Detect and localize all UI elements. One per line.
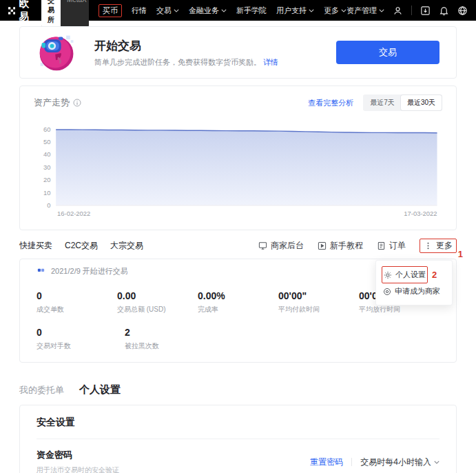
okx-logo-icon xyxy=(8,6,15,16)
nav-item-trade[interactable]: 交易 xyxy=(156,6,179,16)
tab-block-trade[interactable]: 大宗交易 xyxy=(110,240,143,252)
nav-item-support-label: 用户支持 xyxy=(276,6,307,16)
tab-my-orders[interactable]: 我的委托单 xyxy=(19,384,64,396)
chevron-down-icon xyxy=(341,9,346,12)
tab-personal-settings[interactable]: 个人设置 xyxy=(79,383,121,396)
start-trading-card: 开始交易 简单几步完成进阶任务，免费获得数字货币奖励。 详情 交易 xyxy=(19,26,457,79)
nav-item-markets[interactable]: 行情 xyxy=(132,6,147,16)
stat-label: 成交单数 xyxy=(37,305,117,314)
menu-item-personal-settings-row: 个人设置 2 xyxy=(382,266,446,283)
become-merchant-label: 申请成为商家 xyxy=(395,286,440,296)
nav-item-finance[interactable]: 金融业务 xyxy=(189,6,227,16)
user-icon[interactable] xyxy=(393,6,403,16)
tab-c2c-trade[interactable]: C2C交易 xyxy=(65,240,98,252)
page-content: 开始交易 简单几步完成进阶任务，免费获得数字货币奖励。 详情 交易 资产走势 查… xyxy=(0,26,476,473)
nav-item-support[interactable]: 用户支持 xyxy=(276,6,314,16)
stat-completed-orders: 0 成交单数 xyxy=(37,290,117,314)
menu-item-personal-settings[interactable]: 个人设置 xyxy=(382,266,428,283)
range-7d-button[interactable]: 最近7天 xyxy=(364,95,401,110)
chart-title: 资产走势 xyxy=(34,97,70,109)
full-analysis-link[interactable]: 查看完整分析 xyxy=(308,98,353,108)
chart-body: 605040302010016-02-202217-03-2022 xyxy=(34,118,442,224)
info-icon[interactable] xyxy=(73,99,81,107)
toggle-exchange[interactable]: 交易所 xyxy=(41,0,61,27)
fund-password-desc: 用于法币交易时的安全验证 xyxy=(37,465,119,473)
mascot-image xyxy=(37,32,78,73)
more-actions-label: 更多 xyxy=(436,240,453,252)
start-desc: 简单几步完成进阶任务，免费获得数字货币奖励。 xyxy=(94,58,261,66)
start-subtitle: 简单几步完成进阶任务，免费获得数字货币奖励。 详情 xyxy=(94,57,278,68)
more-dots-icon xyxy=(424,241,433,250)
stat-value: 0 xyxy=(37,327,125,338)
trade-actions: 商家后台 新手教程 订单 更多 1 xyxy=(258,239,457,253)
svg-text:0: 0 xyxy=(47,201,50,209)
merchant-icon xyxy=(383,288,391,296)
stat-total-volume: 0.00 交易总额 (USD) xyxy=(117,290,198,314)
okx-logo[interactable]: 欧易 xyxy=(8,0,34,23)
svg-text:40: 40 xyxy=(43,150,51,158)
nav-item-more[interactable]: 更多 xyxy=(324,6,346,16)
nav-right: 资产管理 xyxy=(346,6,468,16)
fund-password-row: 资金密码 用于法币交易时的安全验证 重置密码 交易时每4小时输入 xyxy=(37,449,439,473)
annotation-number-1: 1 xyxy=(458,249,463,259)
asset-chart-card: 资产走势 查看完整分析 最近7天 最近30天 605040302010016-0… xyxy=(19,85,457,230)
stat-label: 被拉黑次数 xyxy=(125,341,213,351)
asset-chart-svg: 605040302010016-02-202217-03-2022 xyxy=(34,118,444,221)
more-actions-button[interactable]: 更多 1 xyxy=(420,239,457,253)
chart-title-wrap: 资产走势 xyxy=(34,97,81,109)
toggle-metax[interactable]: MetaX xyxy=(61,0,89,27)
stat-value: 2 xyxy=(125,327,213,338)
merchant-console-button[interactable]: 商家后台 xyxy=(258,240,304,252)
tutorial-label: 新手教程 xyxy=(330,240,363,252)
svg-text:17-03-2022: 17-03-2022 xyxy=(404,210,437,217)
nav-item-finance-label: 金融业务 xyxy=(189,6,219,16)
orders-label: 订单 xyxy=(389,240,406,252)
nav-item-buy-crypto[interactable]: 买币 xyxy=(99,4,122,17)
divider xyxy=(351,458,352,466)
svg-text:16-02-2022: 16-02-2022 xyxy=(57,210,90,217)
stat-value: 0.00% xyxy=(198,290,278,301)
nav-item-trade-label: 交易 xyxy=(156,6,172,16)
svg-text:60: 60 xyxy=(43,125,51,133)
stat-value: 0.00 xyxy=(117,290,198,301)
chevron-down-icon xyxy=(434,461,439,464)
merchant-console-label: 商家后台 xyxy=(271,240,304,252)
password-frequency-label: 交易时每4小时输入 xyxy=(360,456,431,468)
order-icon xyxy=(377,241,386,250)
bell-icon[interactable] xyxy=(439,6,449,16)
storefront-icon xyxy=(258,241,267,250)
nav-item-more-label: 更多 xyxy=(324,6,339,16)
product-toggle: 交易所 MetaX xyxy=(41,0,89,27)
more-dropdown-menu: 个人设置 2 申请成为商家 xyxy=(375,260,453,305)
chevron-down-icon xyxy=(379,9,384,12)
chart-actions: 查看完整分析 最近7天 最近30天 xyxy=(308,94,442,111)
stat-avg-pay-time: 00'00" 平均付款时间 xyxy=(278,290,359,314)
orders-button[interactable]: 订单 xyxy=(377,240,406,252)
reset-password-link[interactable]: 重置密码 xyxy=(310,456,343,468)
asset-manage-label: 资产管理 xyxy=(346,6,377,16)
since-text: 2021/2/9 开始进行交易 xyxy=(51,266,128,276)
logo-text: 欧易 xyxy=(19,0,34,23)
download-icon[interactable] xyxy=(420,6,431,16)
trade-tabs: 快捷买卖 C2C交易 大宗交易 xyxy=(19,240,143,252)
nav-divider xyxy=(411,6,412,15)
personal-settings-label: 个人设置 xyxy=(395,270,426,280)
top-navbar: 欧易 交易所 MetaX 买币 行情 交易 金融业务 新手学院 用户支持 更多 … xyxy=(0,0,476,21)
globe-icon[interactable] xyxy=(457,6,468,16)
tab-express-trade[interactable]: 快捷买卖 xyxy=(19,240,52,252)
fund-password-title: 资金密码 xyxy=(37,449,119,461)
stat-label: 完成率 xyxy=(198,305,278,314)
asset-manage-menu[interactable]: 资产管理 xyxy=(346,6,384,16)
detail-link[interactable]: 详情 xyxy=(263,58,278,66)
tutorial-button[interactable]: 新手教程 xyxy=(318,240,363,252)
nav-item-academy[interactable]: 新手学院 xyxy=(236,6,267,16)
password-frequency-select[interactable]: 交易时每4小时输入 xyxy=(360,456,439,468)
stat-counterparties: 0 交易对手数 xyxy=(37,327,125,351)
range-toggle: 最近7天 最近30天 xyxy=(363,94,442,111)
trade-button[interactable]: 交易 xyxy=(336,41,439,64)
security-settings-card: 安全设置 资金密码 用于法币交易时的安全验证 重置密码 交易时每4小时输入 xyxy=(19,405,457,473)
security-title: 安全设置 xyxy=(37,416,439,429)
divider xyxy=(37,439,439,439)
range-30d-button[interactable]: 最近30天 xyxy=(401,95,442,110)
menu-item-become-merchant[interactable]: 申请成为商家 xyxy=(382,283,446,299)
